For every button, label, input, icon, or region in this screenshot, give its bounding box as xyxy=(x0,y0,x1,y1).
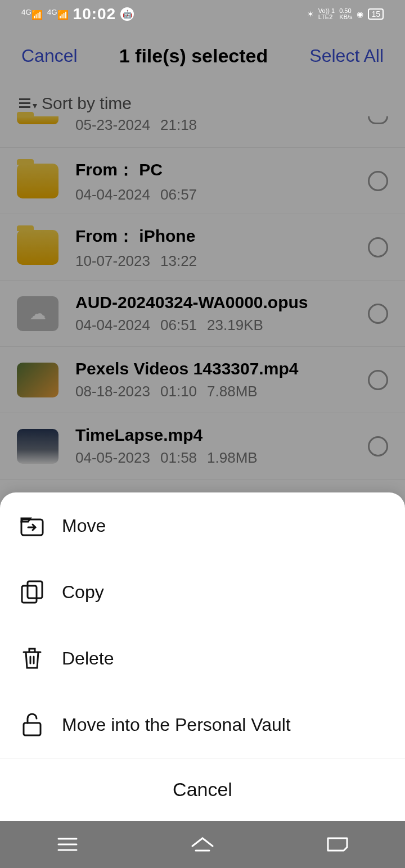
status-left: 4G📶 4G📶 10:02 🤖 xyxy=(21,5,134,23)
trash-icon xyxy=(20,647,44,670)
status-right: ✶ Vo)) 1 LTE2 0.50 KB/s ◉ 15 xyxy=(307,8,384,20)
copy-icon xyxy=(20,580,44,604)
battery-level: 15 xyxy=(368,8,384,20)
signal-2: 4G📶 xyxy=(47,8,69,20)
lte-label: Vo)) 1 LTE2 xyxy=(318,8,335,20)
status-bar: 4G📶 4G📶 10:02 🤖 ✶ Vo)) 1 LTE2 0.50 KB/s … xyxy=(0,0,405,28)
move-icon xyxy=(20,514,44,537)
vault-button[interactable]: Move into the Personal Vault xyxy=(0,691,405,758)
delete-label: Delete xyxy=(62,648,114,669)
move-label: Move xyxy=(62,516,106,536)
back-button[interactable] xyxy=(321,833,354,856)
recents-button[interactable] xyxy=(51,833,84,856)
vault-label: Move into the Personal Vault xyxy=(62,715,291,735)
home-button[interactable] xyxy=(186,833,219,856)
copy-label: Copy xyxy=(62,582,104,603)
copy-button[interactable]: Copy xyxy=(0,559,405,625)
speed-label: 0.50 KB/s xyxy=(339,8,352,20)
move-button[interactable]: Move xyxy=(0,492,405,559)
sheet-cancel-button[interactable]: Cancel xyxy=(0,758,405,821)
svg-rect-3 xyxy=(24,723,40,735)
status-avatar-icon: 🤖 xyxy=(120,7,134,21)
status-time: 10:02 xyxy=(73,5,116,23)
svg-rect-1 xyxy=(22,586,37,603)
svg-rect-2 xyxy=(28,581,42,598)
lock-icon xyxy=(20,713,44,736)
wifi-icon: ◉ xyxy=(357,10,363,19)
system-nav-bar xyxy=(0,821,405,868)
bluetooth-icon: ✶ xyxy=(307,10,314,19)
action-sheet: Move Copy Delete Move into the Personal … xyxy=(0,492,405,821)
signal-1: 4G📶 xyxy=(21,8,43,20)
delete-button[interactable]: Delete xyxy=(0,625,405,691)
